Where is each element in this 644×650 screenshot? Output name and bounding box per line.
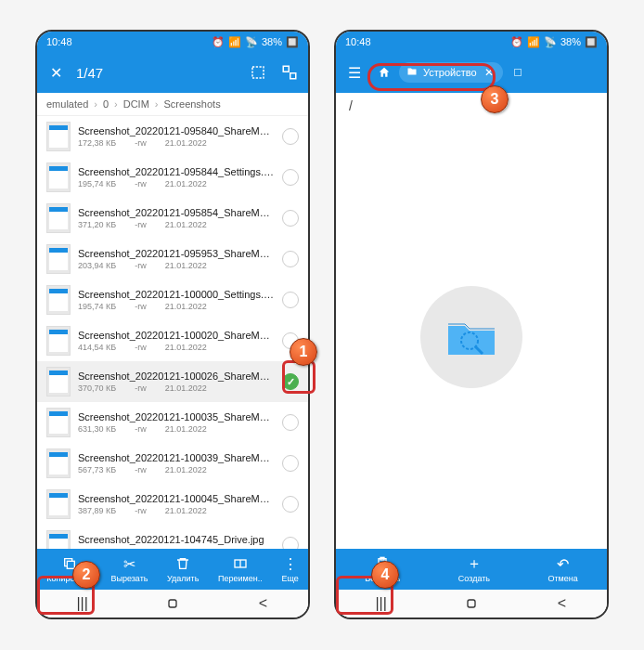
rename-button[interactable]: Переимен.. (211, 552, 270, 587)
file-name: Screenshot_20220121-100000_Settings.jpg (78, 289, 275, 300)
breadcrumb-item[interactable]: DCIM (123, 98, 149, 110)
create-button[interactable]: ＋ Создать (451, 552, 497, 587)
file-name: Screenshot_20220121-100045_ShareMe.jpg (78, 493, 275, 504)
breadcrumb-item[interactable]: 0 (103, 98, 109, 110)
breadcrumb[interactable]: emulated› 0› DCIM› Screenshots (37, 93, 308, 116)
file-thumbnail (46, 489, 71, 519)
nav-back[interactable]: < (543, 594, 580, 613)
nav-home[interactable] (154, 594, 191, 613)
new-tab-icon[interactable] (509, 63, 527, 82)
file-info: Screenshot_20220121-100026_ShareMe.jpg37… (78, 370, 275, 393)
file-meta: 370,70 КБ-rw21.01.2022 (78, 384, 275, 393)
file-size: 172,38 КБ (78, 138, 116, 148)
file-date: 21.01.2022 (165, 220, 207, 229)
delete-label: Удалить (167, 574, 199, 583)
file-info: Screenshot_20220121-100000_Settings.jpg1… (78, 289, 275, 311)
file-date: 21.01.2022 (165, 302, 207, 311)
breadcrumb-item[interactable]: emulated (46, 98, 88, 110)
file-row[interactable]: Screenshot_20220121-095840_ShareMe.jpg17… (37, 116, 308, 157)
file-checkbox[interactable] (282, 292, 299, 308)
battery-icon: 🔲 (585, 36, 598, 48)
breadcrumb-item[interactable]: Screenshots (164, 98, 221, 110)
file-row[interactable]: Screenshot_20220121-095854_ShareMe.jpg37… (37, 198, 308, 239)
nav-recent[interactable]: ||| (363, 594, 400, 613)
file-perm: -rw (135, 220, 147, 229)
file-name: Screenshot_20220121-095844_Settings.jpg (78, 166, 275, 177)
file-checkbox[interactable] (282, 251, 299, 267)
file-checkbox[interactable] (282, 455, 299, 472)
file-row[interactable]: Screenshot_20220121-100035_ShareMe.jpg63… (37, 402, 308, 443)
cut-button[interactable]: ✂ Вырезать (103, 552, 155, 587)
file-checkbox[interactable] (282, 210, 299, 227)
tab-label: Устройство (423, 67, 477, 78)
phone-left: 10:48 ⏰ 📶 📡 38% 🔲 ✕ 1/47 emulated› 0› DC… (35, 30, 310, 619)
file-size: 195,74 КБ (78, 302, 116, 311)
signal-icon: 📡 (544, 36, 557, 48)
file-name: Screenshot_20220121-095854_ShareMe.jpg (78, 207, 275, 218)
file-meta: 567,73 КБ-rw21.01.2022 (78, 465, 275, 474)
file-row[interactable]: Screenshot_20220121-100045_ShareMe.jpg38… (37, 484, 308, 525)
file-row[interactable]: Screenshot_20220121-095844_Settings.jpg1… (37, 157, 308, 198)
svg-rect-0 (252, 67, 264, 78)
file-checkbox[interactable] (282, 128, 299, 145)
svg-rect-5 (169, 600, 176, 607)
file-perm: -rw (135, 179, 147, 188)
signal-icon: 📡 (245, 36, 258, 48)
file-meta: 371,20 КБ-rw21.01.2022 (78, 220, 275, 229)
file-info: Screenshot_20220121-095854_ShareMe.jpg37… (78, 207, 275, 229)
more-icon: ⋮ (282, 555, 299, 572)
create-label: Создать (458, 574, 490, 583)
delete-button[interactable]: Удалить (160, 552, 206, 587)
tab-device[interactable]: Устройство ✕ (399, 62, 503, 83)
nav-recent[interactable]: ||| (64, 594, 101, 613)
annotation-badge-3: 3 (481, 85, 509, 113)
file-row[interactable]: Screenshot_20220121-100039_ShareMe.jpg56… (37, 443, 308, 484)
alarm-icon: ⏰ (212, 36, 225, 48)
file-checkbox[interactable] (282, 373, 299, 390)
file-info: Screenshot_20220121-100020_ShareMe.jpg41… (78, 330, 275, 352)
cut-icon: ✂ (121, 555, 137, 572)
battery-text: 38% (560, 36, 581, 47)
cancel-button[interactable]: ↶ Отмена (540, 552, 585, 587)
file-perm: -rw (135, 424, 147, 434)
file-row[interactable]: Screenshot_20220121-100000_Settings.jpg1… (37, 280, 308, 320)
file-date: 21.01.2022 (165, 179, 207, 188)
file-meta: 203,94 КБ-rw21.01.2022 (78, 261, 275, 270)
file-checkbox[interactable] (282, 414, 299, 431)
file-info: Screenshot_20220121-100045_ShareMe.jpg38… (78, 493, 275, 515)
file-date: 21.01.2022 (165, 506, 207, 515)
file-date: 21.01.2022 (165, 384, 207, 393)
trash-icon (174, 555, 191, 572)
more-button[interactable]: ⋮ Еще (274, 552, 305, 587)
file-perm: -rw (135, 384, 147, 393)
tab-close-icon[interactable]: ✕ (483, 66, 496, 79)
file-thumbnail (46, 285, 71, 315)
nav-home[interactable] (453, 594, 490, 613)
file-date: 21.01.2022 (165, 424, 207, 434)
select-all-icon[interactable] (249, 63, 267, 82)
nav-back[interactable]: < (244, 594, 281, 613)
file-checkbox[interactable] (282, 169, 299, 186)
file-row[interactable]: Screenshot_20220121-100020_ShareMe.jpg41… (37, 320, 308, 361)
file-checkbox[interactable] (282, 496, 299, 513)
file-thumbnail (46, 408, 71, 437)
empty-state (336, 119, 607, 555)
file-info: Screenshot_20220121-100035_ShareMe.jpg63… (78, 411, 275, 434)
file-thumbnail (46, 122, 71, 151)
file-meta: 195,74 КБ-rw21.01.2022 (78, 179, 275, 188)
file-row[interactable]: Screenshot_20220121-095953_ShareMe.jpg20… (37, 239, 308, 280)
file-row[interactable]: Screenshot_20220121-100026_ShareMe.jpg37… (37, 361, 308, 402)
file-perm: -rw (135, 506, 147, 515)
more-label: Еще (281, 574, 298, 583)
close-icon[interactable]: ✕ (46, 63, 65, 82)
file-meta: 172,38 КБ-rw21.01.2022 (78, 138, 275, 148)
file-thumbnail (46, 162, 71, 192)
svg-rect-11 (468, 600, 475, 607)
menu-icon[interactable]: ☰ (345, 63, 364, 82)
file-thumbnail (46, 367, 71, 396)
file-list[interactable]: Screenshot_20220121-095840_ShareMe.jpg17… (37, 116, 308, 578)
select-range-icon[interactable] (280, 63, 299, 82)
home-icon[interactable] (375, 63, 393, 82)
file-thumbnail (46, 203, 71, 233)
phone-right: 10:48 ⏰ 📶 📡 38% 🔲 ☰ Устройство ✕ (334, 30, 609, 619)
